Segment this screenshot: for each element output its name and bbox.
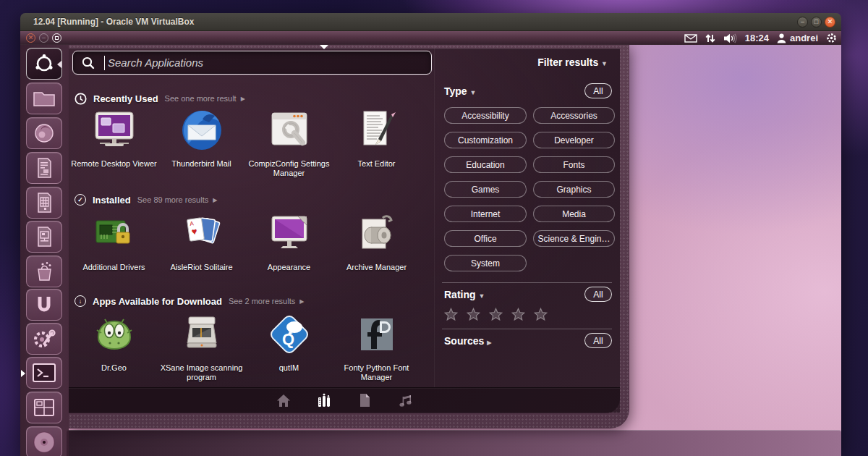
- app-remote-desktop-viewer[interactable]: Remote Desktop Viewer: [70, 107, 158, 178]
- app-compizconfig-settings-manager[interactable]: CompizConfig Settings Manager: [245, 107, 333, 178]
- app-label: qutIM: [245, 363, 333, 373]
- launcher-firefox[interactable]: [26, 117, 62, 149]
- launcher-dash-home[interactable]: [26, 48, 62, 80]
- type-filter-toggle[interactable]: Type ▼: [444, 85, 476, 97]
- app-label: Text Editor: [333, 159, 420, 169]
- category-science-engineering[interactable]: Science & Engin…: [533, 230, 615, 247]
- see-more-link[interactable]: See one more result▶: [165, 94, 245, 103]
- recently-used-row: Remote Desktop Viewer Thunderbird Mail C…: [70, 107, 422, 178]
- lens-files[interactable]: [357, 392, 373, 408]
- see-more-link[interactable]: See 2 more results▶: [229, 297, 304, 305]
- app-fontypython[interactable]: Fonty Python Font Manager: [333, 311, 420, 382]
- download-icon: ↓: [75, 295, 86, 307]
- mail-indicator[interactable]: [684, 31, 697, 45]
- launcher-ubuntu-one[interactable]: [26, 289, 62, 321]
- search-bar[interactable]: [72, 51, 432, 75]
- search-input[interactable]: [105, 51, 431, 74]
- category-accessibility[interactable]: Accessibility: [444, 107, 527, 124]
- launcher-libreoffice-writer[interactable]: [26, 152, 62, 184]
- host-desktop: 12.04 [Running] - Oracle VM VirtualBox –…: [0, 0, 868, 456]
- applications-lens-icon: [318, 393, 331, 408]
- search-icon: [81, 56, 95, 70]
- cd-disc-icon: [32, 430, 56, 455]
- indicator-area: 18:24 andrei: [684, 31, 837, 45]
- category-accessories[interactable]: Accessories: [533, 107, 615, 124]
- app-additional-drivers[interactable]: Additional Drivers: [70, 211, 158, 272]
- category-graphics[interactable]: Graphics: [533, 181, 615, 198]
- category-education[interactable]: Education: [444, 156, 527, 173]
- ubuntu-one-u-icon: [33, 294, 55, 316]
- category-developer[interactable]: Developer: [533, 132, 615, 148]
- star-icon[interactable]: [534, 308, 548, 321]
- titlebar[interactable]: 12.04 [Running] - Oracle VM VirtualBox –…: [20, 13, 841, 31]
- launcher-cd-media[interactable]: [26, 426, 62, 456]
- category-fonts[interactable]: Fonts: [533, 156, 615, 173]
- text-editor-icon: [354, 107, 400, 153]
- see-more-link[interactable]: See 89 more results▶: [137, 195, 218, 204]
- star-icon[interactable]: [489, 308, 503, 321]
- app-drgeo[interactable]: Dr.Geo: [70, 311, 158, 382]
- star-icon[interactable]: [444, 308, 458, 321]
- category-internet[interactable]: Internet: [444, 206, 527, 222]
- dash-minimize-icon[interactable]: –: [39, 33, 48, 43]
- fontypython-icon: [354, 311, 400, 358]
- user-indicator[interactable]: andrei: [777, 31, 818, 45]
- lens-music[interactable]: [397, 392, 413, 408]
- launcher-terminal[interactable]: [26, 357, 62, 389]
- app-label: AisleRiot Solitaire: [158, 263, 245, 272]
- app-archive-manager[interactable]: Archive Manager: [333, 211, 420, 272]
- app-label: Fonty Python Font Manager: [333, 363, 420, 382]
- app-thunderbird-mail[interactable]: Thunderbird Mail: [158, 107, 245, 178]
- mail-icon: [684, 34, 697, 43]
- minimize-button[interactable]: –: [797, 17, 808, 28]
- background-window[interactable]: [67, 430, 841, 456]
- dash-restore-icon[interactable]: [52, 33, 61, 43]
- app-xsane[interactable]: XSane Image scanning program: [158, 311, 245, 382]
- star-icon[interactable]: [511, 308, 525, 321]
- launcher-workspace-switcher[interactable]: [26, 392, 62, 423]
- launcher-software-center[interactable]: [26, 256, 62, 287]
- launcher-libreoffice-impress[interactable]: [26, 221, 62, 253]
- app-label: Appearance: [245, 263, 333, 272]
- dash-close-icon[interactable]: ✕: [26, 33, 35, 43]
- lens-home[interactable]: [276, 392, 292, 408]
- section-installed: ✓ Installed See 89 more results▶: [75, 193, 217, 207]
- virtualbox-window: 12.04 [Running] - Oracle VM VirtualBox –…: [20, 13, 841, 456]
- launcher-system-settings[interactable]: [26, 323, 62, 355]
- star-icon[interactable]: [467, 308, 480, 321]
- filter-results-toggle[interactable]: Filter results ▼: [537, 56, 608, 68]
- installed-check-icon: ✓: [75, 194, 86, 206]
- app-aisleriot-solitaire[interactable]: A♥ AisleRiot Solitaire: [158, 211, 245, 272]
- launcher-libreoffice-calc[interactable]: [26, 187, 62, 219]
- maximize-button[interactable]: □: [811, 17, 822, 28]
- network-indicator[interactable]: [705, 31, 715, 45]
- rating-all-button[interactable]: All: [584, 287, 612, 302]
- close-button[interactable]: ✕: [825, 17, 835, 28]
- workspace-grid-icon: [32, 397, 56, 418]
- clock-indicator[interactable]: 18:24: [745, 31, 769, 45]
- launcher-files-folder[interactable]: [26, 83, 62, 114]
- sources-filter-toggle[interactable]: Sources ▶: [444, 335, 491, 347]
- drgeo-icon: [91, 311, 137, 358]
- category-customization[interactable]: Customization: [444, 132, 527, 148]
- app-appearance[interactable]: Appearance: [245, 211, 333, 272]
- category-system[interactable]: System: [444, 255, 527, 271]
- app-label: Dr.Geo: [70, 363, 158, 373]
- thunderbird-icon: [179, 107, 225, 153]
- rating-stars: [444, 308, 548, 321]
- rating-filter-toggle[interactable]: Rating ▼: [444, 289, 485, 300]
- session-indicator[interactable]: [826, 31, 837, 45]
- top-panel: ✕ – 18:24: [20, 31, 841, 45]
- category-media[interactable]: Media: [533, 206, 615, 222]
- app-qutim[interactable]: Q qutIM: [245, 311, 333, 382]
- lens-applications[interactable]: [316, 392, 332, 408]
- installed-row: Additional Drivers A♥ AisleRiot Solitair…: [70, 211, 422, 272]
- volume-indicator[interactable]: [723, 31, 737, 45]
- sources-all-button[interactable]: All: [584, 333, 612, 348]
- type-all-button[interactable]: All: [584, 83, 612, 98]
- category-office[interactable]: Office: [444, 230, 527, 247]
- filter-panel: Filter results ▼ Type ▼ All Accessibilit…: [434, 45, 619, 387]
- app-label: XSane Image scanning program: [158, 363, 245, 382]
- app-text-editor[interactable]: Text Editor: [333, 107, 420, 178]
- category-games[interactable]: Games: [444, 181, 527, 198]
